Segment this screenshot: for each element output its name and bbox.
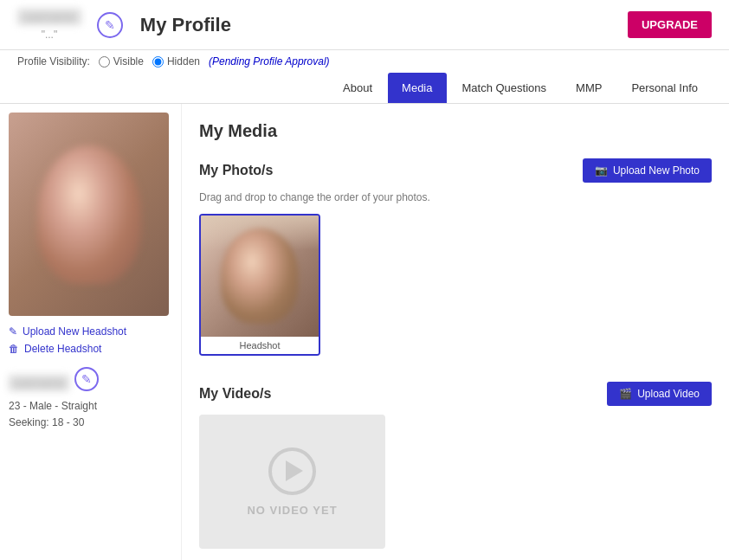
content-area: My Media My Photo/s 📷 Upload New Photo D… xyxy=(182,104,729,560)
videos-title: My Video/s xyxy=(199,386,271,402)
visible-option[interactable]: Visible xyxy=(99,55,144,68)
photo-label: Headshot xyxy=(201,337,319,354)
content-title: My Media xyxy=(199,121,712,141)
sidebar-username: username xyxy=(9,375,69,391)
delete-headshot-label: Delete Headshot xyxy=(24,343,101,355)
top-username-dots: "..." xyxy=(42,29,58,41)
visibility-label: Profile Visibility: xyxy=(17,55,90,68)
play-triangle-icon xyxy=(286,460,303,481)
upload-headshot-link[interactable]: ✎ Upload New Headshot xyxy=(9,323,172,340)
upload-video-label: Upload Video xyxy=(637,388,700,400)
delete-headshot-icon: 🗑 xyxy=(9,343,19,355)
top-username-blurred: username xyxy=(17,9,81,25)
hidden-label: Hidden xyxy=(167,55,200,68)
demographics-line1: 23 - Male - Straight xyxy=(9,398,172,415)
sidebar-actions: ✎ Upload New Headshot 🗑 Delete Headshot xyxy=(9,323,172,357)
main-layout: ✎ Upload New Headshot 🗑 Delete Headshot … xyxy=(0,104,729,560)
sidebar-user-row: username ✎ xyxy=(9,366,172,391)
sidebar-demographics: 23 - Male - Straight Seeking: 18 - 30 xyxy=(9,398,172,431)
upload-photo-label: Upload New Photo xyxy=(613,164,700,177)
video-icon: 🎬 xyxy=(619,388,632,400)
top-bar: username "..." ✎ My Profile UPGRADE xyxy=(0,0,729,50)
profile-photo-container xyxy=(9,113,169,316)
profile-photo-image xyxy=(9,113,169,316)
upload-headshot-label: Upload New Headshot xyxy=(23,325,126,338)
visible-label: Visible xyxy=(113,55,144,68)
upload-headshot-icon: ✎ xyxy=(9,325,17,338)
play-icon-circle xyxy=(268,447,316,495)
photo-item-headshot[interactable]: Headshot xyxy=(199,214,320,356)
tab-match-questions[interactable]: Match Questions xyxy=(448,73,561,103)
tab-personal-info[interactable]: Personal Info xyxy=(617,73,712,103)
face-image-placeholder xyxy=(37,145,141,284)
delete-headshot-link[interactable]: 🗑 Delete Headshot xyxy=(9,340,172,357)
page-title: My Profile xyxy=(140,14,628,36)
top-edit-icon[interactable]: ✎ xyxy=(97,12,123,38)
tab-mmp[interactable]: MMP xyxy=(562,73,616,103)
photos-section-header: My Photo/s 📷 Upload New Photo xyxy=(199,158,712,183)
drag-hint: Drag and drop to change the order of you… xyxy=(199,191,712,203)
demographics-line2: Seeking: 18 - 30 xyxy=(9,415,172,431)
videos-section: My Video/s 🎬 Upload Video NO VIDEO YET xyxy=(199,382,712,549)
visibility-bar: Profile Visibility: Visible Hidden (Pend… xyxy=(0,50,729,73)
tab-media[interactable]: Media xyxy=(388,73,446,103)
visible-radio[interactable] xyxy=(99,56,110,68)
videos-section-header: My Video/s 🎬 Upload Video xyxy=(199,382,712,406)
photos-title: My Photo/s xyxy=(199,163,273,178)
hidden-radio[interactable] xyxy=(152,56,164,68)
photo-grid: Headshot xyxy=(199,214,712,356)
no-video-text: NO VIDEO YET xyxy=(247,504,337,517)
upgrade-button[interactable]: UPGRADE xyxy=(628,11,712,38)
top-bar-user-info: username "..." xyxy=(17,9,81,41)
hidden-option[interactable]: Hidden xyxy=(152,55,200,68)
pending-approval-text: (Pending Profile Approval) xyxy=(209,55,330,68)
upload-video-button[interactable]: 🎬 Upload Video xyxy=(607,382,712,406)
camera-icon: 📷 xyxy=(595,164,608,177)
photo-face-placeholder xyxy=(221,229,299,324)
nav-tabs: About Media Match Questions MMP Personal… xyxy=(0,73,729,104)
photo-image xyxy=(201,216,319,337)
video-placeholder: NO VIDEO YET xyxy=(199,415,385,549)
sidebar: ✎ Upload New Headshot 🗑 Delete Headshot … xyxy=(0,104,182,560)
tab-about[interactable]: About xyxy=(329,73,386,103)
upload-photo-button[interactable]: 📷 Upload New Photo xyxy=(583,158,712,183)
sidebar-edit-icon[interactable]: ✎ xyxy=(74,367,99,391)
